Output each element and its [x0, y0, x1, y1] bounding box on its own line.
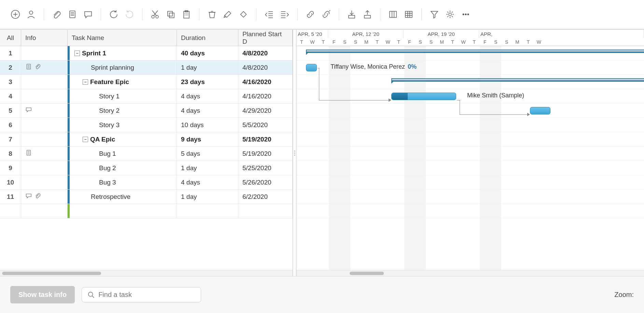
row-info[interactable] — [21, 132, 68, 146]
gantt-row[interactable] — [296, 104, 644, 118]
gantt-task-bar[interactable] — [530, 107, 550, 114]
row-number[interactable]: 9 — [0, 161, 21, 175]
row-number[interactable]: 4 — [0, 89, 21, 103]
start-date-cell[interactable]: 5/26/2020 — [238, 175, 293, 189]
task-name-cell[interactable]: −QA Epic — [68, 132, 177, 146]
start-date-cell[interactable]: 5/5/2020 — [238, 118, 293, 132]
gantt-row[interactable] — [296, 75, 644, 89]
gantt-row[interactable] — [296, 118, 644, 132]
task-name-cell[interactable]: Story 2 — [68, 104, 177, 118]
start-date-cell[interactable]: 5/19/2020 — [238, 147, 293, 161]
col-header-info[interactable]: Info — [21, 30, 68, 46]
collapse-toggle[interactable]: − — [74, 51, 80, 56]
duration-cell[interactable]: 23 days — [177, 75, 238, 89]
more-button[interactable] — [458, 6, 474, 22]
start-date-cell[interactable]: 4/8/2020 — [238, 60, 293, 74]
start-date-cell[interactable]: 5/25/2020 — [238, 161, 293, 175]
row-number[interactable]: 3 — [0, 75, 21, 89]
row-info[interactable] — [21, 46, 68, 60]
table-row[interactable]: 6Story 310 days5/5/2020 — [0, 118, 293, 132]
task-name-cell[interactable]: Story 3 — [68, 118, 177, 132]
link-button[interactable] — [303, 6, 318, 22]
gantt-row[interactable]: Mike Smith (Sample) — [296, 89, 644, 104]
gantt-task-bar[interactable] — [306, 64, 317, 71]
table-row[interactable]: 1−Sprint 140 days4/8/2020 — [0, 46, 293, 60]
outdent-button[interactable] — [261, 6, 277, 22]
row-info[interactable] — [21, 118, 68, 132]
gantt-row[interactable] — [296, 190, 644, 204]
start-date-cell[interactable]: 4/16/2020 — [238, 75, 293, 89]
search-box[interactable] — [82, 287, 201, 302]
gantt-row[interactable] — [296, 147, 644, 161]
row-info[interactable] — [21, 60, 68, 74]
columns-button[interactable] — [385, 6, 401, 22]
gantt-row[interactable] — [296, 46, 644, 60]
row-number[interactable]: 2 — [0, 60, 21, 74]
user-button[interactable] — [23, 6, 39, 22]
table-row-empty[interactable] — [0, 204, 293, 218]
row-info[interactable] — [21, 147, 68, 161]
pane-splitter[interactable] — [293, 30, 296, 276]
gantt-task-bar[interactable] — [391, 93, 456, 100]
start-date-cell[interactable]: 4/16/2020 — [238, 89, 293, 103]
copy-button[interactable] — [163, 6, 179, 22]
duration-cell[interactable]: 10 days — [177, 118, 238, 132]
duration-cell[interactable]: 5 days — [177, 147, 238, 161]
delete-button[interactable] — [204, 6, 220, 22]
table-row[interactable]: 7−QA Epic9 days5/19/2020 — [0, 132, 293, 147]
row-info[interactable] — [21, 175, 68, 189]
gantt-hscroll-thumb[interactable] — [350, 272, 384, 275]
gantt-summary-bar[interactable] — [391, 78, 644, 82]
download-button[interactable] — [344, 6, 360, 22]
settings-button[interactable] — [442, 6, 458, 22]
collapse-toggle[interactable]: − — [83, 79, 88, 85]
start-date-cell[interactable]: 4/29/2020 — [238, 104, 293, 118]
row-number[interactable]: 5 — [0, 104, 21, 118]
gantt-row[interactable] — [296, 204, 644, 218]
start-date-cell[interactable]: 5/19/2020 — [238, 132, 293, 146]
row-number[interactable]: 1 — [0, 46, 21, 60]
undo-button[interactable] — [106, 6, 122, 22]
row-number[interactable]: 7 — [0, 132, 21, 146]
indent-button[interactable] — [277, 6, 293, 22]
cut-button[interactable] — [147, 6, 163, 22]
start-date-cell[interactable]: 4/8/2020 — [238, 46, 293, 60]
row-number[interactable]: 11 — [0, 190, 21, 204]
row-number[interactable]: 6 — [0, 118, 21, 132]
unlink-button[interactable] — [318, 6, 334, 22]
comment-button[interactable] — [80, 6, 96, 22]
redo-button[interactable] — [122, 6, 137, 22]
grid-hscroll-thumb[interactable] — [2, 272, 101, 275]
table-row[interactable]: 4Story 14 days4/16/2020 — [0, 89, 293, 104]
col-header-start[interactable]: Planned Start D — [238, 30, 293, 46]
task-name-cell[interactable]: Bug 1 — [68, 147, 177, 161]
duration-cell[interactable]: 1 day — [177, 161, 238, 175]
add-button[interactable] — [8, 6, 23, 22]
gantt-row[interactable] — [296, 161, 644, 175]
duration-cell[interactable]: 4 days — [177, 175, 238, 189]
gantt-summary-bar[interactable] — [306, 50, 644, 53]
collapse-toggle[interactable]: − — [83, 137, 88, 142]
table-row[interactable]: 9Bug 21 day5/25/2020 — [0, 161, 293, 175]
grid-hscroll[interactable] — [0, 270, 293, 276]
upload-button[interactable] — [360, 6, 375, 22]
task-name-cell[interactable]: Story 1 — [68, 89, 177, 103]
row-number[interactable]: 8 — [0, 147, 21, 161]
gantt-body[interactable]: Tiffany Wise, Monica Perez0%Mike Smith (… — [296, 46, 644, 270]
task-name-cell[interactable]: Bug 3 — [68, 175, 177, 189]
filter-button[interactable] — [426, 6, 442, 22]
task-name-cell[interactable]: −Feature Epic — [68, 75, 177, 89]
duration-cell[interactable]: 4 days — [177, 104, 238, 118]
task-name-cell[interactable]: Sprint planning — [68, 60, 177, 74]
task-name-cell[interactable]: Retrospective — [68, 190, 177, 204]
search-input[interactable] — [98, 291, 195, 299]
table-row[interactable]: 10Bug 34 days5/26/2020 — [0, 175, 293, 190]
duration-cell[interactable]: 1 day — [177, 190, 238, 204]
row-info[interactable] — [21, 104, 68, 118]
task-name-cell[interactable]: −Sprint 1 — [68, 46, 177, 60]
row-info[interactable] — [21, 89, 68, 103]
gantt-row[interactable] — [296, 175, 644, 190]
task-name-cell[interactable]: Bug 2 — [68, 161, 177, 175]
paint-button[interactable] — [220, 6, 236, 22]
start-date-cell[interactable]: 6/2/2020 — [238, 190, 293, 204]
